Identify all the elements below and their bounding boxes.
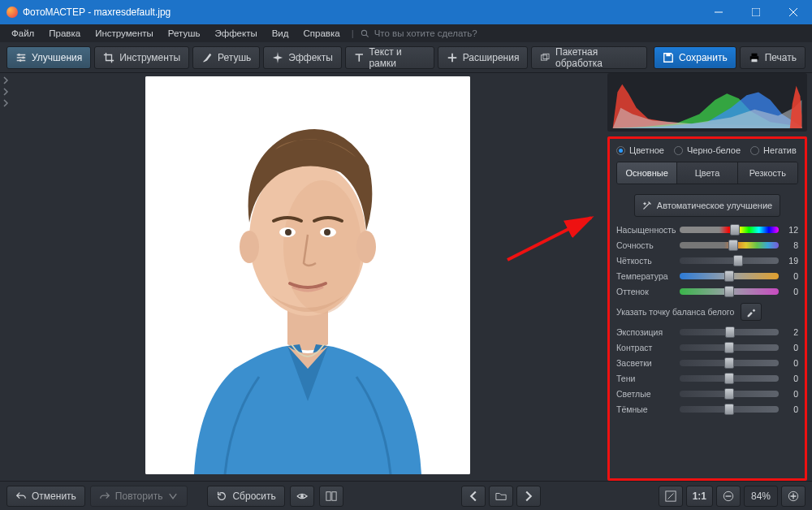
tab-sharp[interactable]: Резкость (738, 162, 797, 184)
tab-colors[interactable]: Цвета (677, 162, 737, 184)
menu-retouch[interactable]: Ретушь (163, 27, 205, 40)
slider-row: Чёткость19 (616, 256, 798, 266)
menu-file[interactable]: Файл (6, 27, 39, 40)
slider-knob[interactable] (728, 240, 738, 251)
toolbar-print[interactable]: Печать (740, 46, 806, 69)
radio-bw[interactable]: Черно-белое (674, 145, 741, 155)
slider-track[interactable] (680, 375, 779, 382)
slider-track[interactable] (680, 227, 779, 233)
window-minimize[interactable] (700, 0, 737, 24)
sliders-group-tone: Экспозиция2Контраст0Засветки0Тени0Светлы… (616, 327, 798, 414)
chevron-right-icon[interactable] (2, 99, 10, 107)
slider-value: 0 (784, 343, 798, 352)
toolbar-save[interactable]: Сохранить (654, 46, 736, 69)
slider-track[interactable] (680, 242, 779, 249)
menu-view[interactable]: Вид (267, 27, 294, 40)
enhance-panel: Цветное Черно-белое Негатив Основные Цве… (607, 136, 807, 481)
zoom-value[interactable]: 84% (744, 486, 778, 507)
slider-knob[interactable] (724, 357, 734, 369)
folder-icon (495, 491, 507, 502)
prev-image-button[interactable] (461, 486, 486, 507)
slider-track[interactable] (680, 257, 779, 264)
slider-row: Засветки0 (616, 358, 798, 368)
left-gutter (0, 73, 11, 481)
slider-value: 0 (784, 287, 798, 296)
slider-value: 12 (784, 225, 798, 235)
search-hint[interactable]: Что вы хотите сделать? (361, 28, 477, 38)
slider-value: 19 (784, 256, 798, 266)
histogram[interactable] (607, 73, 807, 132)
slider-label: Тёмные (616, 404, 675, 414)
radio-color[interactable]: Цветное (616, 145, 664, 155)
fit-button[interactable] (659, 486, 683, 507)
canvas[interactable] (11, 73, 604, 481)
zoom-cluster: 1:1 84% (659, 486, 806, 507)
workspace (0, 73, 604, 481)
window-close[interactable] (775, 0, 812, 24)
toolbar-effects[interactable]: Эффекты (263, 46, 342, 69)
menu-tools[interactable]: Инструменты (90, 27, 158, 40)
toolbar-retouch[interactable]: Ретушь (192, 46, 260, 69)
slider-track[interactable] (680, 406, 779, 413)
menu-edit[interactable]: Правка (44, 27, 85, 40)
plus-icon (447, 52, 458, 63)
chevron-right-icon[interactable] (2, 76, 10, 84)
preview-button[interactable] (290, 486, 314, 507)
ratio-button[interactable]: 1:1 (686, 486, 713, 507)
slider-knob[interactable] (724, 342, 734, 353)
sparkle-icon (272, 52, 283, 63)
slider-track[interactable] (680, 329, 779, 335)
radio-neg[interactable]: Негатив (750, 145, 797, 155)
fit-icon (665, 491, 676, 502)
window-maximize[interactable] (737, 0, 775, 24)
undo-button[interactable]: Отменить (6, 486, 85, 507)
toolbar-batch[interactable]: Пакетная обработка (531, 46, 647, 69)
toolbar-tools[interactable]: Инструменты (94, 46, 189, 69)
toolbar-ext[interactable]: Расширения (438, 46, 529, 69)
eye-icon (296, 491, 308, 502)
slider-knob[interactable] (725, 326, 735, 338)
svg-point-15 (356, 231, 376, 263)
slider-knob[interactable] (724, 404, 734, 415)
compare-button[interactable] (319, 486, 343, 507)
toolbar-enhance[interactable]: Улучшения (6, 46, 91, 69)
slider-knob[interactable] (724, 286, 734, 297)
slider-track[interactable] (680, 273, 779, 279)
tab-main[interactable]: Основные (617, 162, 677, 184)
next-image-button[interactable] (516, 486, 541, 507)
reset-button[interactable]: Сбросить (207, 486, 284, 507)
slider-track[interactable] (680, 288, 779, 295)
menu-effects[interactable]: Эффекты (209, 27, 261, 40)
slider-label: Засветки (616, 358, 675, 368)
redo-button[interactable]: Повторить (90, 486, 188, 507)
reset-icon (216, 491, 227, 502)
slider-knob[interactable] (724, 270, 734, 282)
zoom-in-button[interactable] (781, 486, 806, 507)
slider-track[interactable] (680, 391, 779, 397)
auto-enhance-label: Автоматическое улучшение (657, 201, 772, 210)
slider-knob[interactable] (724, 373, 734, 384)
slider-track[interactable] (680, 344, 779, 351)
slider-value: 2 (784, 327, 798, 337)
auto-enhance-button[interactable]: Автоматическое улучшение (634, 194, 780, 217)
sliders-icon (15, 52, 27, 63)
svg-point-20 (300, 495, 304, 498)
menu-help[interactable]: Справка (299, 27, 345, 40)
chevron-down-icon (167, 491, 179, 502)
toolbar-tools-label: Инструменты (119, 52, 180, 63)
slider-knob[interactable] (724, 388, 734, 400)
slider-knob[interactable] (730, 224, 740, 236)
eyedropper-button[interactable] (741, 303, 762, 321)
open-folder-button[interactable] (489, 486, 513, 507)
bottombar: Отменить Повторить Сбросить 1:1 84% (0, 481, 812, 510)
slider-knob[interactable] (733, 255, 743, 266)
svg-point-13 (283, 180, 361, 313)
toolbar-text[interactable]: Текст и рамки (345, 46, 434, 69)
slider-track[interactable] (680, 360, 779, 366)
svg-point-4 (19, 59, 22, 62)
eyedropper-icon (745, 306, 757, 318)
zoom-out-button[interactable] (716, 486, 741, 507)
chevron-right-icon[interactable] (2, 88, 10, 96)
svg-point-14 (240, 231, 259, 263)
minus-circle-icon (723, 491, 734, 502)
